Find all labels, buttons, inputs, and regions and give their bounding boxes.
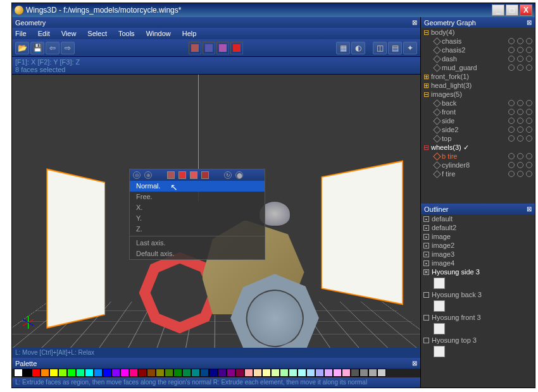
- palette-swatch[interactable]: [271, 369, 280, 377]
- palette-swatch[interactable]: [156, 369, 165, 377]
- tree-body[interactable]: body(4): [431, 28, 454, 36]
- tree-mudguard[interactable]: mud_guard: [442, 64, 477, 71]
- palette-swatch[interactable]: [306, 369, 315, 377]
- out-hback[interactable]: Hyosung back 3: [432, 291, 482, 298]
- tree-front[interactable]: front: [442, 108, 456, 116]
- edge-mode-button[interactable]: [203, 42, 215, 54]
- tree-wheels[interactable]: wheels(3): [431, 144, 461, 151]
- out-image2[interactable]: image2: [432, 242, 454, 249]
- perspective-button[interactable]: ◫: [373, 42, 387, 54]
- palette-swatch[interactable]: [165, 369, 173, 377]
- geometry-graph[interactable]: ⊟body(4) chasis chasis2 dash mud_guard ⊞…: [421, 28, 535, 204]
- out-htop[interactable]: Hyosung top 3: [432, 336, 477, 344]
- panel-close-icon[interactable]: ⊠: [412, 19, 417, 26]
- menu-item-x[interactable]: X.: [130, 202, 265, 213]
- palette-swatch[interactable]: [173, 369, 182, 377]
- palette-swatch[interactable]: [85, 369, 94, 377]
- thumb-top[interactable]: [434, 346, 445, 357]
- palette-swatch[interactable]: [262, 369, 271, 377]
- tree-ftire[interactable]: f tire: [442, 170, 455, 178]
- palette-swatch[interactable]: [76, 369, 85, 377]
- menu-view[interactable]: View: [61, 30, 77, 37]
- menu-item-normal[interactable]: Normal.: [130, 181, 265, 192]
- groundplane-button[interactable]: ▤: [388, 42, 402, 54]
- outliner-header[interactable]: Outliner ⊠: [421, 204, 535, 214]
- out-image4[interactable]: image4: [432, 259, 454, 267]
- undo-button[interactable]: ⇦: [46, 42, 59, 54]
- palette-close-icon[interactable]: ⊠: [412, 360, 417, 367]
- palette-swatch[interactable]: [227, 369, 235, 377]
- close-button[interactable]: X: [520, 4, 532, 16]
- palette-swatch[interactable]: [138, 369, 147, 377]
- menu-edit[interactable]: Edit: [38, 30, 50, 37]
- redo-button[interactable]: ⇨: [61, 42, 75, 54]
- menu-item-free[interactable]: Free.: [130, 192, 265, 202]
- out-default2[interactable]: default2: [432, 224, 456, 231]
- palette-swatch[interactable]: [111, 369, 120, 377]
- palette-swatch[interactable]: [182, 369, 191, 377]
- thumb-back[interactable]: [434, 300, 445, 312]
- palette-swatch[interactable]: [129, 369, 138, 377]
- ctx-prefs-icon[interactable]: ⬤: [235, 171, 243, 179]
- palette-header[interactable]: Palette ⊠: [12, 358, 420, 369]
- palette-swatch[interactable]: [377, 369, 386, 377]
- palette-swatch[interactable]: [58, 369, 67, 377]
- tree-frontfork[interactable]: front_fork(1): [431, 73, 469, 80]
- palette-swatch[interactable]: [324, 369, 333, 377]
- vertex-mode-button[interactable]: [189, 42, 201, 54]
- tree-back[interactable]: back: [442, 99, 456, 107]
- maximize-button[interactable]: □: [506, 4, 518, 16]
- tree-chasis[interactable]: chasis: [442, 37, 461, 45]
- menu-file[interactable]: File: [15, 30, 27, 37]
- titlebar[interactable]: Wings3D - f:/wings_models/motorcycle.win…: [12, 3, 535, 17]
- palette-swatch[interactable]: [297, 369, 306, 377]
- palette-swatch[interactable]: [120, 369, 129, 377]
- out-hfront[interactable]: Hyosung front 3: [432, 314, 481, 321]
- minimize-button[interactable]: _: [492, 4, 504, 16]
- menu-item-default-axis[interactable]: Default axis.: [130, 248, 265, 259]
- tree-side[interactable]: side: [442, 117, 454, 125]
- geometry-panel-header[interactable]: Geometry ⊠: [12, 17, 420, 28]
- ctx-repeat-icon[interactable]: ↻: [224, 171, 232, 179]
- palette-swatch[interactable]: [368, 369, 377, 377]
- palette-swatch[interactable]: [315, 369, 324, 377]
- menu-item-z[interactable]: Z.: [130, 224, 265, 235]
- menu-tools[interactable]: Tools: [118, 30, 135, 37]
- tree-cylinder8[interactable]: cylinder8: [442, 161, 470, 169]
- tree-images[interactable]: images(5): [431, 90, 462, 98]
- face-mode-button[interactable]: [216, 42, 229, 54]
- menu-window[interactable]: Window: [146, 30, 171, 37]
- menu-item-y[interactable]: Y.: [130, 213, 265, 224]
- palette-swatch[interactable]: [14, 369, 23, 377]
- body-mode-button[interactable]: [230, 42, 243, 54]
- palette-swatch[interactable]: [103, 369, 111, 377]
- out-image[interactable]: image: [432, 233, 451, 240]
- palette-swatch[interactable]: [191, 369, 200, 377]
- palette-swatch[interactable]: [209, 369, 218, 377]
- ctx-edge-icon[interactable]: [178, 171, 186, 179]
- palette-swatch[interactable]: [235, 369, 244, 377]
- tree-btire[interactable]: b tire: [442, 152, 457, 160]
- out-default[interactable]: default: [432, 215, 453, 223]
- palette-swatch[interactable]: [23, 369, 32, 377]
- ctx-vertex-icon[interactable]: [167, 171, 175, 179]
- axes-button[interactable]: ✦: [403, 42, 417, 54]
- palette-swatch[interactable]: [67, 369, 76, 377]
- thumb-side[interactable]: [434, 278, 445, 289]
- workmode-button[interactable]: ▦: [336, 42, 350, 54]
- palette-swatch[interactable]: [342, 369, 351, 377]
- palette-swatch[interactable]: [289, 369, 297, 377]
- open-button[interactable]: 📂: [15, 42, 29, 54]
- ctx-more-icon[interactable]: ⊕: [144, 171, 152, 179]
- menu-item-last-axis[interactable]: Last axis.: [130, 238, 265, 248]
- palette-swatch[interactable]: [41, 369, 49, 377]
- palette-swatch[interactable]: [32, 369, 41, 377]
- palette-swatch[interactable]: [200, 369, 209, 377]
- save-button[interactable]: 💾: [30, 42, 44, 54]
- tree-top[interactable]: top: [442, 135, 451, 142]
- palette-swatch[interactable]: [253, 369, 262, 377]
- tree-side2[interactable]: side2: [442, 126, 458, 133]
- outliner[interactable]: •default •default2 •image •image2 •image…: [421, 214, 535, 388]
- palette-swatch[interactable]: [147, 369, 156, 377]
- out-image3[interactable]: image3: [432, 250, 454, 258]
